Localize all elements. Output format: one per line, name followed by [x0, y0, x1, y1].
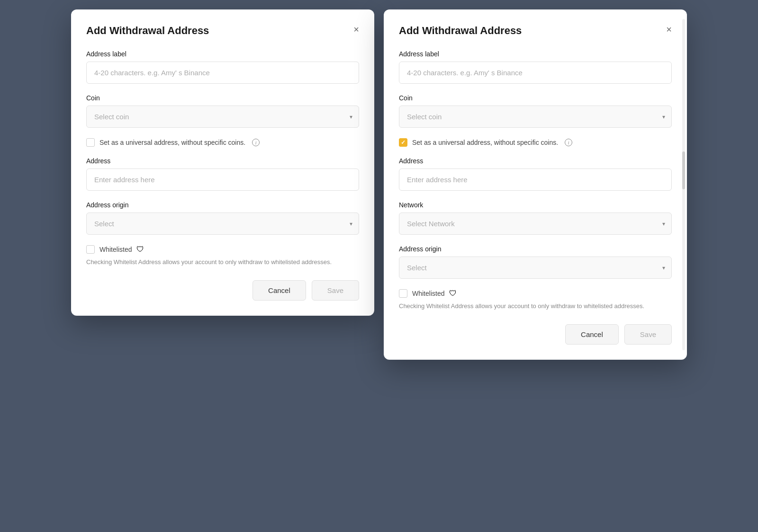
save-button-left[interactable]: Save	[312, 280, 359, 301]
address-label-input-left[interactable]	[86, 62, 359, 84]
coin-select-wrapper-left: Select coin ▾	[86, 106, 359, 128]
modal-left-footer: Cancel Save	[86, 280, 359, 301]
address-label-field-label-left: Address label	[86, 50, 359, 58]
whitelist-desc-left: Checking Whitelist Address allows your a…	[86, 257, 359, 267]
coin-label-left: Coin	[86, 94, 359, 102]
modal-left: Add Withdrawal Address × Address label C…	[71, 9, 374, 316]
address-group-left: Address	[86, 157, 359, 191]
address-input-right[interactable]	[399, 168, 672, 191]
modal-left-title: Add Withdrawal Address	[86, 25, 359, 37]
address-origin-select-left[interactable]: Select	[86, 213, 359, 235]
whitelist-label-left: Whitelisted	[99, 246, 132, 253]
address-input-left[interactable]	[86, 168, 359, 191]
address-origin-label-right: Address origin	[399, 245, 672, 253]
cancel-button-left[interactable]: Cancel	[253, 280, 306, 301]
address-label-group-left: Address label	[86, 50, 359, 84]
address-field-label-left: Address	[86, 157, 359, 165]
shield-icon-left: 🛡	[136, 245, 144, 254]
scrollbar-track-right	[682, 19, 685, 350]
address-origin-group-left: Address origin Select ▾	[86, 201, 359, 235]
whitelist-desc-right: Checking Whitelist Address allows your a…	[399, 301, 672, 311]
address-origin-select-wrapper-right: Select ▾	[399, 257, 672, 279]
address-label-field-label-right: Address label	[399, 50, 672, 58]
cancel-button-right[interactable]: Cancel	[565, 324, 619, 345]
whitelist-label-right: Whitelisted	[412, 290, 444, 297]
network-select-right[interactable]: Select Network	[399, 213, 672, 235]
universal-checkbox-row-right: Set as a universal address, without spec…	[399, 138, 672, 147]
address-origin-label-left: Address origin	[86, 201, 359, 209]
whitelist-checkbox-right[interactable]	[399, 289, 407, 298]
coin-group-right: Coin Select coin ▾	[399, 94, 672, 128]
whitelist-checkbox-row-right: Whitelisted 🛡	[399, 289, 672, 298]
whitelist-section-left: Whitelisted 🛡 Checking Whitelist Address…	[86, 245, 359, 267]
network-select-wrapper-right: Select Network ▾	[399, 213, 672, 235]
coin-select-wrapper-right: Select coin ▾	[399, 106, 672, 128]
shield-icon-right: 🛡	[449, 289, 457, 298]
address-label-group-right: Address label	[399, 50, 672, 84]
universal-checkbox-label-left: Set as a universal address, without spec…	[99, 139, 245, 146]
whitelist-checkbox-row-left: Whitelisted 🛡	[86, 245, 359, 254]
modal-right: Add Withdrawal Address × Address label C…	[384, 9, 687, 360]
universal-info-icon-left[interactable]: i	[252, 139, 260, 146]
modal-left-close[interactable]: ×	[352, 23, 361, 36]
coin-label-right: Coin	[399, 94, 672, 102]
modal-right-title: Add Withdrawal Address	[399, 25, 672, 37]
address-label-input-right[interactable]	[399, 62, 672, 84]
universal-checkbox-row-left: Set as a universal address, without spec…	[86, 138, 359, 147]
universal-checkbox-right[interactable]	[399, 138, 407, 147]
address-origin-select-right[interactable]: Select	[399, 257, 672, 279]
address-field-label-right: Address	[399, 157, 672, 165]
address-group-right: Address	[399, 157, 672, 191]
scrollbar-thumb-right	[682, 151, 685, 189]
whitelist-checkbox-left[interactable]	[86, 245, 95, 254]
network-label-right: Network	[399, 201, 672, 209]
coin-group-left: Coin Select coin ▾	[86, 94, 359, 128]
universal-checkbox-label-right: Set as a universal address, without spec…	[412, 139, 558, 146]
universal-checkbox-left[interactable]	[86, 138, 95, 147]
universal-info-icon-right[interactable]: i	[565, 139, 572, 146]
address-origin-select-wrapper-left: Select ▾	[86, 213, 359, 235]
save-button-right[interactable]: Save	[624, 324, 672, 345]
coin-select-left[interactable]: Select coin	[86, 106, 359, 128]
modal-right-footer: Cancel Save	[399, 324, 672, 345]
modal-right-close[interactable]: ×	[664, 23, 674, 36]
whitelist-section-right: Whitelisted 🛡 Checking Whitelist Address…	[399, 289, 672, 311]
network-group-right: Network Select Network ▾	[399, 201, 672, 235]
address-origin-group-right: Address origin Select ▾	[399, 245, 672, 279]
coin-select-right[interactable]: Select coin	[399, 106, 672, 128]
